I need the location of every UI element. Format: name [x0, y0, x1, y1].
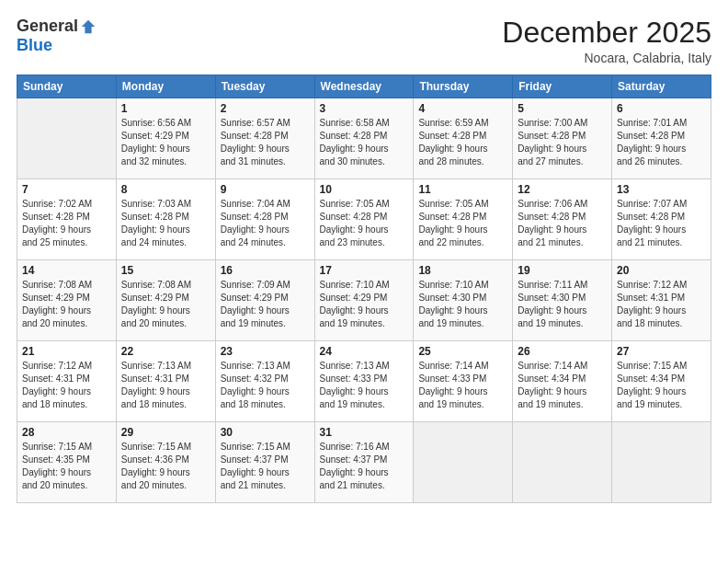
- calendar-cell: 7Sunrise: 7:02 AM Sunset: 4:28 PM Daylig…: [17, 179, 117, 260]
- day-number: 12: [518, 183, 607, 196]
- main-title: December 2025: [502, 17, 711, 49]
- day-info: Sunrise: 7:03 AM Sunset: 4:28 PM Dayligh…: [121, 198, 210, 249]
- day-info: Sunrise: 7:07 AM Sunset: 4:28 PM Dayligh…: [617, 198, 706, 249]
- day-number: 19: [518, 264, 607, 277]
- calendar-day-header: Saturday: [612, 75, 711, 98]
- day-number: 5: [518, 102, 607, 115]
- day-number: 6: [617, 102, 706, 115]
- calendar-day-header: Friday: [513, 75, 612, 98]
- logo-general-text: General: [17, 17, 78, 36]
- calendar-cell: 27Sunrise: 7:15 AM Sunset: 4:34 PM Dayli…: [612, 341, 711, 422]
- day-info: Sunrise: 7:11 AM Sunset: 4:30 PM Dayligh…: [518, 279, 607, 330]
- day-info: Sunrise: 7:15 AM Sunset: 4:37 PM Dayligh…: [221, 441, 310, 492]
- title-block: December 2025 Nocara, Calabria, Italy: [502, 17, 711, 65]
- calendar-week-row: 14Sunrise: 7:08 AM Sunset: 4:29 PM Dayli…: [17, 260, 711, 341]
- calendar-cell: 12Sunrise: 7:06 AM Sunset: 4:28 PM Dayli…: [513, 179, 612, 260]
- calendar-cell: 13Sunrise: 7:07 AM Sunset: 4:28 PM Dayli…: [612, 179, 711, 260]
- logo-text: General: [17, 17, 97, 36]
- day-number: 15: [121, 264, 210, 277]
- calendar-cell: 6Sunrise: 7:01 AM Sunset: 4:28 PM Daylig…: [612, 98, 711, 179]
- calendar-week-row: 28Sunrise: 7:15 AM Sunset: 4:35 PM Dayli…: [17, 422, 711, 503]
- day-number: 25: [418, 345, 507, 358]
- day-info: Sunrise: 7:00 AM Sunset: 4:28 PM Dayligh…: [518, 117, 607, 168]
- calendar-cell: 18Sunrise: 7:10 AM Sunset: 4:30 PM Dayli…: [414, 260, 513, 341]
- logo: General Blue: [17, 17, 97, 55]
- day-number: 22: [121, 345, 210, 358]
- calendar-cell: 28Sunrise: 7:15 AM Sunset: 4:35 PM Dayli…: [17, 422, 117, 503]
- day-number: 14: [22, 264, 111, 277]
- day-number: 13: [617, 183, 706, 196]
- calendar-day-header: Thursday: [414, 75, 513, 98]
- calendar-cell: 16Sunrise: 7:09 AM Sunset: 4:29 PM Dayli…: [215, 260, 314, 341]
- calendar-cell: 11Sunrise: 7:05 AM Sunset: 4:28 PM Dayli…: [414, 179, 513, 260]
- subtitle: Nocara, Calabria, Italy: [502, 51, 711, 65]
- day-info: Sunrise: 7:15 AM Sunset: 4:34 PM Dayligh…: [617, 360, 706, 411]
- calendar-cell: [612, 422, 711, 503]
- day-number: 11: [418, 183, 507, 196]
- day-info: Sunrise: 7:08 AM Sunset: 4:29 PM Dayligh…: [22, 279, 111, 330]
- day-number: 17: [320, 264, 409, 277]
- calendar-day-header: Sunday: [17, 75, 117, 98]
- calendar-cell: [513, 422, 612, 503]
- day-number: 24: [320, 345, 409, 358]
- page: General Blue December 2025 Nocara, Calab…: [0, 0, 728, 563]
- calendar-cell: 29Sunrise: 7:15 AM Sunset: 4:36 PM Dayli…: [116, 422, 215, 503]
- day-info: Sunrise: 7:12 AM Sunset: 4:31 PM Dayligh…: [22, 360, 111, 411]
- calendar-cell: 17Sunrise: 7:10 AM Sunset: 4:29 PM Dayli…: [314, 260, 414, 341]
- day-number: 27: [617, 345, 706, 358]
- day-info: Sunrise: 7:15 AM Sunset: 4:36 PM Dayligh…: [121, 441, 210, 492]
- day-info: Sunrise: 7:15 AM Sunset: 4:35 PM Dayligh…: [22, 441, 111, 492]
- day-info: Sunrise: 6:57 AM Sunset: 4:28 PM Dayligh…: [221, 117, 310, 168]
- calendar-cell: 9Sunrise: 7:04 AM Sunset: 4:28 PM Daylig…: [215, 179, 314, 260]
- day-info: Sunrise: 7:14 AM Sunset: 4:33 PM Dayligh…: [418, 360, 507, 411]
- day-number: 16: [221, 264, 310, 277]
- calendar-cell: 2Sunrise: 6:57 AM Sunset: 4:28 PM Daylig…: [215, 98, 314, 179]
- day-info: Sunrise: 7:04 AM Sunset: 4:28 PM Dayligh…: [221, 198, 310, 249]
- day-info: Sunrise: 7:05 AM Sunset: 4:28 PM Dayligh…: [418, 198, 507, 249]
- logo-icon: [80, 18, 97, 35]
- calendar-cell: 31Sunrise: 7:16 AM Sunset: 4:37 PM Dayli…: [314, 422, 414, 503]
- calendar-cell: [414, 422, 513, 503]
- day-number: 4: [418, 102, 507, 115]
- day-number: 18: [418, 264, 507, 277]
- day-number: 21: [22, 345, 111, 358]
- header: General Blue December 2025 Nocara, Calab…: [17, 17, 711, 65]
- calendar-cell: 15Sunrise: 7:08 AM Sunset: 4:29 PM Dayli…: [116, 260, 215, 341]
- calendar-week-row: 1Sunrise: 6:56 AM Sunset: 4:29 PM Daylig…: [17, 98, 711, 179]
- day-info: Sunrise: 6:58 AM Sunset: 4:28 PM Dayligh…: [320, 117, 409, 168]
- calendar-cell: 14Sunrise: 7:08 AM Sunset: 4:29 PM Dayli…: [17, 260, 117, 341]
- day-info: Sunrise: 7:01 AM Sunset: 4:28 PM Dayligh…: [617, 117, 706, 168]
- calendar-cell: 5Sunrise: 7:00 AM Sunset: 4:28 PM Daylig…: [513, 98, 612, 179]
- day-number: 3: [320, 102, 409, 115]
- day-info: Sunrise: 7:13 AM Sunset: 4:33 PM Dayligh…: [320, 360, 409, 411]
- day-number: 8: [121, 183, 210, 196]
- calendar-cell: 4Sunrise: 6:59 AM Sunset: 4:28 PM Daylig…: [414, 98, 513, 179]
- day-info: Sunrise: 7:10 AM Sunset: 4:30 PM Dayligh…: [418, 279, 507, 330]
- day-number: 23: [221, 345, 310, 358]
- day-info: Sunrise: 7:13 AM Sunset: 4:31 PM Dayligh…: [121, 360, 210, 411]
- day-info: Sunrise: 6:56 AM Sunset: 4:29 PM Dayligh…: [121, 117, 210, 168]
- day-number: 1: [121, 102, 210, 115]
- logo-blue-text: Blue: [17, 36, 52, 55]
- day-info: Sunrise: 7:09 AM Sunset: 4:29 PM Dayligh…: [221, 279, 310, 330]
- calendar-cell: 25Sunrise: 7:14 AM Sunset: 4:33 PM Dayli…: [414, 341, 513, 422]
- day-number: 31: [320, 426, 409, 439]
- day-number: 7: [22, 183, 111, 196]
- day-info: Sunrise: 7:06 AM Sunset: 4:28 PM Dayligh…: [518, 198, 607, 249]
- day-number: 10: [320, 183, 409, 196]
- day-number: 20: [617, 264, 706, 277]
- day-number: 30: [221, 426, 310, 439]
- calendar-cell: 26Sunrise: 7:14 AM Sunset: 4:34 PM Dayli…: [513, 341, 612, 422]
- day-number: 26: [518, 345, 607, 358]
- day-info: Sunrise: 7:16 AM Sunset: 4:37 PM Dayligh…: [320, 441, 409, 492]
- day-info: Sunrise: 7:05 AM Sunset: 4:28 PM Dayligh…: [320, 198, 409, 249]
- svg-marker-0: [82, 19, 95, 32]
- day-number: 28: [22, 426, 111, 439]
- calendar-cell: 20Sunrise: 7:12 AM Sunset: 4:31 PM Dayli…: [612, 260, 711, 341]
- calendar-cell: 19Sunrise: 7:11 AM Sunset: 4:30 PM Dayli…: [513, 260, 612, 341]
- day-number: 9: [221, 183, 310, 196]
- day-number: 29: [121, 426, 210, 439]
- day-number: 2: [221, 102, 310, 115]
- day-info: Sunrise: 7:02 AM Sunset: 4:28 PM Dayligh…: [22, 198, 111, 249]
- calendar-header-row: SundayMondayTuesdayWednesdayThursdayFrid…: [17, 75, 711, 98]
